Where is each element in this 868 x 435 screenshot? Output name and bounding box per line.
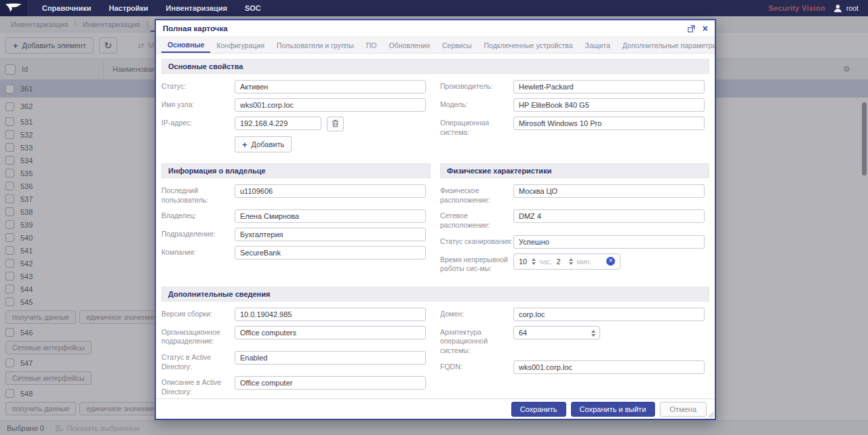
section-general: Основные свойства Статус:Имя узла:IP-адр… bbox=[161, 59, 709, 155]
modal-tab[interactable]: Подключенные устройства bbox=[478, 37, 579, 53]
field-input[interactable] bbox=[235, 326, 426, 339]
uptime-minutes-unit: мин. bbox=[576, 257, 591, 266]
spinner-icon[interactable] bbox=[591, 330, 595, 337]
add-ip-button[interactable]: + Добавить bbox=[235, 136, 292, 152]
field-label: Сетевое расположение: bbox=[440, 209, 513, 230]
modal-tab[interactable]: Конфигурация bbox=[210, 37, 270, 53]
app-window: СправочникиНастройкиИнвентаризацияSOC Se… bbox=[0, 0, 868, 435]
topbar-menu-item[interactable]: Настройки bbox=[109, 4, 149, 12]
cancel-button[interactable]: Отмена bbox=[660, 402, 707, 417]
spinner-icon[interactable] bbox=[569, 258, 573, 265]
modal-tab[interactable]: Пользователи и группы bbox=[271, 37, 360, 53]
field-label: Имя узла: bbox=[161, 98, 235, 112]
save-and-exit-button[interactable]: Сохранить и выйти bbox=[571, 402, 655, 417]
form-field: IP-адрес: bbox=[161, 117, 431, 131]
field-input[interactable] bbox=[513, 235, 705, 249]
section-owner: Информация о владельце Последний пользов… bbox=[161, 163, 431, 278]
modal-tab[interactable]: ПО bbox=[360, 37, 383, 53]
field-label: Физическое расположение: bbox=[440, 184, 513, 205]
resize-handle[interactable] bbox=[707, 411, 714, 418]
field-label: Компания: bbox=[161, 246, 235, 260]
form-field: Владелец: bbox=[161, 209, 431, 223]
top-nav-bar: СправочникиНастройкиИнвентаризацияSOC Se… bbox=[0, 0, 868, 16]
uptime-field: Время непрерывной работы сис-мы: 10 час.… bbox=[440, 253, 709, 274]
save-button[interactable]: Сохранить bbox=[511, 402, 566, 417]
form-field: Описание в Active Directory: bbox=[161, 376, 431, 396]
modal-tab[interactable]: Дополнительные параметры bbox=[616, 37, 715, 53]
field-label: IP-адрес: bbox=[161, 117, 235, 131]
brand-label: Security Vision bbox=[768, 4, 825, 12]
expand-icon[interactable] bbox=[688, 25, 695, 33]
uptime-hours-value[interactable]: 10 bbox=[519, 257, 528, 266]
field-label: Статус в Active Directory: bbox=[161, 351, 235, 371]
uptime-hours-unit: час. bbox=[539, 257, 552, 266]
field-input[interactable] bbox=[235, 246, 426, 260]
topbar-menu: СправочникиНастройкиИнвентаризацияSOC bbox=[42, 4, 261, 12]
field-input[interactable] bbox=[513, 326, 600, 339]
field-label: Организационное подразделение: bbox=[161, 326, 235, 346]
field-label: Владелец: bbox=[161, 209, 235, 223]
field-input[interactable] bbox=[235, 80, 426, 94]
field-label: Модель: bbox=[440, 98, 513, 112]
modal-tab[interactable]: Защита bbox=[579, 37, 616, 53]
field-input[interactable] bbox=[513, 360, 705, 374]
uptime-minutes-value[interactable]: 2 bbox=[556, 257, 566, 266]
clear-icon[interactable]: × bbox=[606, 257, 615, 266]
form-field: Версия сборки: bbox=[161, 308, 431, 321]
add-ip-label: Добавить bbox=[252, 140, 285, 148]
trash-icon bbox=[332, 119, 339, 129]
topbar-menu-item[interactable]: Инвентаризация bbox=[166, 4, 227, 12]
modal-footer: Сохранить Сохранить и выйти Отмена bbox=[156, 398, 715, 419]
close-icon[interactable]: × bbox=[703, 24, 708, 33]
form-field: Компания: bbox=[161, 246, 431, 260]
modal-tab[interactable]: Обновления bbox=[383, 37, 436, 53]
field-input[interactable] bbox=[235, 184, 426, 198]
app-logo[interactable] bbox=[0, 0, 27, 16]
field-label: Домен: bbox=[440, 308, 513, 321]
delete-ip-button[interactable] bbox=[327, 117, 344, 131]
field-input[interactable] bbox=[235, 117, 321, 130]
field-input[interactable] bbox=[235, 351, 426, 365]
form-field: Физическое расположение: bbox=[440, 184, 709, 205]
user-name: root bbox=[846, 4, 859, 12]
field-input[interactable] bbox=[513, 209, 705, 223]
modal-window-controls: × bbox=[688, 24, 708, 33]
section-general-title: Основные свойства bbox=[161, 59, 709, 74]
section-additional-title: Дополнительные сведения bbox=[161, 287, 709, 302]
number-field bbox=[513, 326, 600, 339]
field-label: Статус сканирования: bbox=[440, 235, 513, 249]
field-input[interactable] bbox=[235, 376, 426, 390]
field-label: Время непрерывной работы сис-мы: bbox=[440, 253, 513, 274]
modal-tab[interactable]: Сервисы bbox=[436, 37, 478, 53]
field-label: Последний пользователь: bbox=[161, 184, 235, 205]
form-field: Архитектура операционной системы: bbox=[440, 326, 709, 356]
section-physical: Физические характеристики Физическое рас… bbox=[440, 163, 709, 278]
field-input[interactable] bbox=[513, 80, 705, 94]
field-input[interactable] bbox=[513, 308, 705, 321]
modal-title: Полная карточка bbox=[163, 24, 228, 33]
spinner-icon[interactable] bbox=[532, 258, 536, 265]
field-input[interactable] bbox=[513, 98, 705, 112]
form-field: Статус сканирования: bbox=[440, 235, 709, 249]
modal-tab[interactable]: Основные bbox=[161, 37, 210, 53]
field-input[interactable] bbox=[235, 308, 426, 321]
topbar-menu-item[interactable]: SOC bbox=[245, 4, 261, 12]
modal-tab-bar: ОсновныеКонфигурацияПользователи и групп… bbox=[156, 37, 715, 54]
form-field: Сетевое расположение: bbox=[440, 209, 709, 230]
field-input[interactable] bbox=[235, 209, 426, 223]
topbar-menu-item[interactable]: Справочники bbox=[42, 4, 92, 12]
field-input[interactable] bbox=[513, 117, 705, 130]
form-field: Производитель: bbox=[440, 80, 709, 94]
section-additional: Дополнительные сведения Версия сборки:Ор… bbox=[161, 287, 709, 398]
form-field: Подразделение: bbox=[161, 228, 431, 241]
field-input[interactable] bbox=[513, 184, 705, 198]
uptime-control[interactable]: 10 час. 2 мин. × bbox=[513, 253, 620, 270]
field-label: Операционная система: bbox=[440, 117, 513, 137]
field-label: Производитель: bbox=[440, 80, 513, 94]
form-field: Операционная система: bbox=[440, 117, 709, 137]
field-input[interactable] bbox=[235, 98, 426, 112]
user-menu[interactable]: root bbox=[833, 4, 859, 13]
field-input[interactable] bbox=[235, 228, 426, 241]
field-label: FQDN: bbox=[440, 360, 513, 374]
section-physical-title: Физические характеристики bbox=[440, 163, 709, 178]
